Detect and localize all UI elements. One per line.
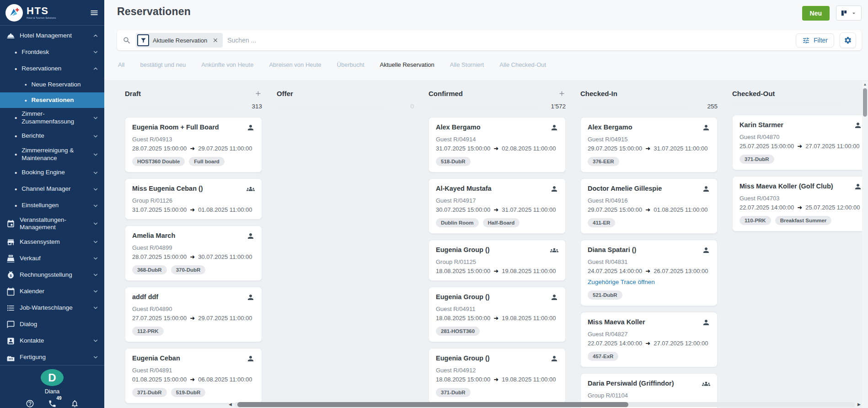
- card-title: Karin Starmer: [739, 121, 783, 129]
- sidebar-item-booking-engine[interactable]: •Booking Engine: [0, 165, 104, 181]
- card-title: Miss Eugenia Ceban (): [132, 185, 203, 192]
- vertical-scroll-thumb[interactable]: [863, 88, 867, 117]
- filter-chip[interactable]: Aktuelle Reservation: [136, 33, 223, 48]
- card-title: Eugenia Room + Full Board: [132, 123, 219, 131]
- card-title: Eugenia Group (): [436, 354, 490, 362]
- hamburger-menu-icon[interactable]: [90, 8, 99, 17]
- tab-alle-storniert[interactable]: Alle Storniert: [450, 61, 484, 68]
- sidebar-item-job-warteschlange[interactable]: Job-Warteschlange: [0, 300, 104, 316]
- scroll-up-icon[interactable]: ▲: [863, 83, 867, 86]
- card-tags: 457-ExR: [588, 352, 710, 361]
- arrow-right-icon: ➜: [797, 143, 802, 150]
- sidebar-item-einstellungen[interactable]: •Einstellungen: [0, 198, 104, 214]
- checkout-datetime: 31.07.2025 11:00:00: [654, 145, 707, 152]
- reservation-card[interactable]: Alex Bergamo Guest R/04914 31.07.2025 15…: [429, 117, 566, 172]
- checkout-datetime: 29.07.2025 11:00:00: [198, 145, 252, 152]
- reservation-card[interactable]: Eugenia Group () Guest R/04911 18.08.202…: [429, 287, 566, 342]
- chip-close-icon[interactable]: [212, 37, 219, 43]
- date-range: 28.07.2025 15:00:00 ➜ 30.07.2025 11:00:0…: [132, 253, 255, 260]
- phone-icon[interactable]: 49: [48, 399, 57, 408]
- checkin-datetime: 18.08.2025 15:00:00: [436, 268, 490, 274]
- phone-badge: 49: [56, 396, 61, 401]
- cloche-icon: [6, 32, 15, 40]
- sidebar-item-berichte[interactable]: •Berichte: [0, 128, 104, 145]
- chevron-down-icon: [92, 288, 99, 295]
- tag-pill: HOST360 Double: [132, 157, 185, 166]
- scroll-left-icon[interactable]: ◀: [229, 403, 232, 407]
- tab-best-tigt-und-neu[interactable]: bestätigt und neu: [140, 61, 186, 68]
- sidebar-item-kalender[interactable]: Kalender: [0, 283, 104, 300]
- kanban-column-confirmed: Confirmed 1'572 Alex Bergamo Guest R/049…: [429, 87, 566, 408]
- checkin-datetime: 18.08.2025 15:00:00: [436, 376, 490, 383]
- card-header: Daria Persiwald (Griffindor): [588, 380, 710, 388]
- sidebar-item-rechnungsstellung[interactable]: $Rechnungsstellung: [0, 267, 104, 283]
- group-icon: [702, 380, 710, 388]
- search-input[interactable]: [227, 37, 791, 44]
- main-content: Reservationen Neu Aktuelle Reservation: [104, 0, 868, 408]
- settings-button[interactable]: [840, 32, 856, 48]
- tag-pill: 371-DubR: [132, 388, 167, 397]
- tab-alle-checked-out[interactable]: Alle Checked-Out: [499, 61, 546, 68]
- reservation-card[interactable]: Diana Spatari () Guest R/04831 24.07.202…: [580, 240, 718, 306]
- sidebar-item-dialog[interactable]: Dialog: [0, 316, 104, 333]
- reservation-card[interactable]: Amelia March Guest R/04899 28.07.2025 15…: [125, 225, 262, 281]
- reservation-card[interactable]: Al-Kayed Mustafa Guest R/04917 30.07.202…: [429, 178, 566, 234]
- scroll-right-icon[interactable]: ▶: [857, 403, 861, 407]
- notifications-bell-icon[interactable]: [70, 399, 79, 408]
- help-icon[interactable]: [26, 399, 34, 408]
- add-card-button[interactable]: [254, 90, 262, 97]
- tab-berbucht[interactable]: Überbucht: [337, 61, 364, 68]
- kanban-view-icon: [841, 10, 847, 16]
- tab-aktuelle-reservation[interactable]: Aktuelle Reservation: [380, 61, 434, 68]
- tab-all[interactable]: All: [118, 61, 124, 68]
- reservation-card[interactable]: Alex Bergamo Guest R/04915 29.07.2025 15…: [580, 117, 718, 172]
- reservation-card[interactable]: Miss Maeva Koller (Golf Club) Guest R/04…: [732, 176, 868, 231]
- reservation-card[interactable]: Miss Eugenia Ceban () Group R/01126 31.0…: [125, 178, 262, 220]
- reservation-card[interactable]: Eugenia Group () Guest R/04912 18.08.202…: [429, 348, 566, 403]
- person-icon: [246, 293, 255, 301]
- reservation-card[interactable]: Miss Maeva Koller Guest R/04827 22.07.20…: [580, 312, 718, 367]
- filter-button[interactable]: Filter: [796, 33, 834, 48]
- filter-tabs: Allbestätigt und neuAnkünfte von HeuteAb…: [104, 50, 868, 80]
- sidebar-item-veranstaltungen-management[interactable]: Veranstaltungen-Management: [0, 214, 104, 234]
- reservation-card[interactable]: Eugenia Ceban Guest R/04891 01.08.2025 1…: [125, 348, 262, 403]
- sidebar-item-neue-reservation[interactable]: •Neue Reservation: [0, 77, 104, 92]
- reservation-card[interactable]: Eugenia Room + Full Board Guest R/04913 …: [125, 117, 262, 172]
- sidebar-item-zimmerreinigung-maintenance[interactable]: •Zimmerreinigung & Maintenance: [0, 145, 104, 165]
- sidebar: HTS Hotel & Tourism Solutions Hotel Mana…: [0, 0, 104, 408]
- card-header: Alex Bergamo: [588, 123, 710, 132]
- sidebar-item-kassensystem[interactable]: Kassensystem: [0, 234, 104, 250]
- reservation-card[interactable]: addf ddf Guest R/04890 27.07.2025 15:00:…: [125, 287, 262, 342]
- horizontal-scroll-track[interactable]: [234, 402, 855, 407]
- horizontal-scrollbar[interactable]: ◀ ▶: [229, 402, 861, 408]
- checkin-datetime: 31.07.2025 15:00:00: [436, 145, 490, 152]
- app-logo[interactable]: HTS Hotel & Tourism Solutions: [5, 4, 56, 21]
- sidebar-item-hotel-management[interactable]: Hotel Management: [0, 27, 104, 44]
- card-title: Al-Kayed Mustafa: [436, 185, 492, 192]
- sidebar-item-verkauf[interactable]: Verkauf: [0, 250, 104, 267]
- reservation-card[interactable]: Eugenia Group () Group R/01125 18.08.202…: [429, 240, 566, 281]
- person-icon: [246, 232, 255, 240]
- tab-ank-nfte-von-heute[interactable]: Ankünfte von Heute: [201, 61, 253, 68]
- sidebar-item-channel-manager[interactable]: •Channel Manager: [0, 181, 104, 198]
- sidebar-item-reservationen[interactable]: •Reservationen: [0, 92, 104, 108]
- new-button[interactable]: Neu: [802, 6, 830, 21]
- sidebar-item-reservationen[interactable]: •Reservationen: [0, 60, 104, 77]
- chevron-icon: [92, 170, 99, 176]
- sidebar-item-fertigung[interactable]: Fertigung: [0, 349, 104, 365]
- sidebar-item-kontakte[interactable]: Kontakte: [0, 333, 104, 349]
- sidebar-item-zimmer-zusammenfassung[interactable]: •Zimmer-Zusammenfassung: [0, 108, 104, 128]
- tab-abreisen-von-heute[interactable]: Abreisen von Heute: [269, 61, 321, 68]
- column-progress-bar: [429, 104, 538, 109]
- add-card-button[interactable]: [558, 90, 566, 97]
- reservation-card[interactable]: Karin Starmer Guest R/04870 25.07.2025 1…: [732, 115, 868, 170]
- person-icon: [550, 354, 558, 363]
- reservation-card[interactable]: Doctor Amelie Gillespie Guest R/04916 29…: [580, 178, 718, 234]
- horizontal-scroll-thumb[interactable]: [237, 402, 629, 407]
- view-switcher-button[interactable]: [836, 5, 862, 21]
- avatar[interactable]: D: [41, 369, 64, 386]
- vertical-scrollbar[interactable]: ▲: [862, 81, 868, 408]
- sidebar-item-frontdesk[interactable]: •Frontdesk: [0, 44, 104, 60]
- arrow-right-icon: ➜: [190, 145, 195, 152]
- trace-link[interactable]: Zugehörige Trace öffnen: [588, 279, 710, 285]
